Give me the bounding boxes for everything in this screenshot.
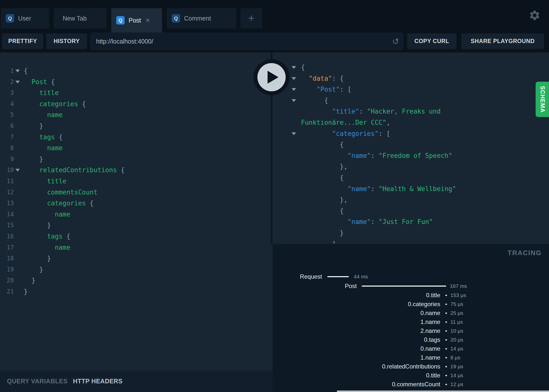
fold-arrow-icon[interactable]	[292, 77, 296, 80]
line-number: 14	[0, 209, 14, 220]
editor-line[interactable]: 7 tags {	[0, 132, 273, 143]
code-text: {	[301, 205, 344, 217]
editor-line[interactable]: 13 categories {	[0, 198, 273, 209]
close-tab-icon[interactable]: ✕	[145, 17, 150, 24]
line-number: 4	[0, 98, 14, 110]
tracing-row: 0.name25 μs	[273, 309, 549, 318]
fold-arrow-icon[interactable]	[15, 81, 20, 83]
tracing-row-duration: 44 ms	[354, 272, 368, 281]
editor-line[interactable]: 8 name	[0, 143, 273, 154]
tracing-row-label: 1.name	[420, 318, 440, 326]
editor-line[interactable]: 9 }	[0, 154, 273, 165]
editor-line[interactable]: 1{	[0, 65, 273, 76]
tracing-row-duration: 153 μs	[450, 291, 466, 300]
code-text: {	[301, 95, 328, 106]
editor-line[interactable]: 16 tags {	[0, 231, 273, 242]
tab-comment[interactable]: QComment	[167, 8, 236, 28]
tracing-row-label: Post	[345, 282, 357, 291]
line-number: 13	[0, 198, 14, 209]
query-editor-pane[interactable]: 1{2 Post {3 title4 categories {5 name6 }…	[0, 52, 273, 370]
tracing-row: 0.commentsCount12 μs	[273, 380, 549, 389]
tracing-duration-bar	[362, 286, 446, 287]
tracing-row-label: 0.name	[420, 309, 440, 318]
tracing-row-label: 0.tags	[424, 335, 440, 344]
schema-tab-label: SCHEMA	[539, 86, 546, 113]
tab-label: Comment	[184, 15, 211, 22]
tab-new-tab[interactable]: New Tab	[54, 8, 107, 28]
query-badge: Q	[172, 14, 180, 23]
line-number: 3	[0, 87, 14, 98]
tracing-tick	[445, 295, 447, 296]
code-text: "data": {	[301, 73, 344, 84]
new-tab-button[interactable]: +	[241, 8, 262, 28]
code-text: Funktionäre...Der CCC",	[301, 117, 390, 128]
tracing-row-duration: 12 μs	[450, 380, 463, 389]
copy-curl-button[interactable]: COPY CURL	[407, 33, 457, 49]
tracing-duration-bar	[327, 276, 349, 277]
tab-user[interactable]: QUser	[1, 8, 49, 28]
code-text: categories {	[24, 98, 86, 110]
tracing-row-duration: 14 μs	[450, 344, 463, 353]
schema-side-tab[interactable]: SCHEMA	[536, 82, 549, 117]
play-icon	[257, 63, 286, 91]
response-pane: { "data": { "Post": [ { "title": "Hacker…	[273, 52, 549, 244]
fold-arrow-icon[interactable]	[292, 132, 296, 135]
code-text: {	[301, 62, 305, 73]
response-line: "title": "Hacker, Freaks und	[273, 106, 549, 117]
gear-icon[interactable]	[529, 9, 541, 21]
reload-schema-icon[interactable]: ↺	[388, 36, 403, 46]
editor-line[interactable]: 11 title	[0, 176, 273, 187]
tracing-row: Post167 ms	[273, 282, 549, 291]
editor-line[interactable]: 17 name	[0, 242, 273, 253]
code-text: }	[24, 264, 43, 275]
tab-post[interactable]: QPost✕	[111, 8, 162, 32]
tracing-row-label: 0.categories	[408, 300, 440, 309]
tracing-panel: TRACING Request44 msPost167 ms0.title153…	[273, 244, 549, 392]
execute-query-button[interactable]	[253, 59, 290, 95]
endpoint-url-input[interactable]	[91, 38, 388, 45]
fold-arrow-icon[interactable]	[292, 66, 296, 69]
code-text: }	[301, 227, 344, 239]
editor-line[interactable]: 14 name	[0, 209, 273, 220]
editor-line[interactable]: 21}	[0, 286, 273, 297]
code-text: name	[24, 209, 70, 220]
editor-line[interactable]: 6 }	[0, 121, 273, 132]
editor-line[interactable]: 20 }	[0, 275, 273, 286]
fold-arrow-icon[interactable]	[292, 99, 296, 102]
editor-line[interactable]: 2 Post {	[0, 76, 273, 88]
code-text: "title": "Hacker, Freaks und	[301, 106, 441, 117]
tracing-row-label: Request	[300, 272, 322, 281]
tracing-row-duration: 20 μs	[450, 335, 463, 344]
fold-arrow-icon[interactable]	[292, 88, 296, 91]
code-text: name	[24, 109, 63, 121]
code-text: title	[24, 87, 59, 98]
tab-label: User	[18, 15, 31, 22]
code-text: tags {	[24, 132, 63, 143]
line-number: 10	[0, 165, 14, 176]
query-badge: Q	[116, 16, 125, 24]
editor-line[interactable]: 4 categories {	[0, 98, 273, 110]
editor-line[interactable]: 15 }	[0, 220, 273, 231]
fold-arrow-icon[interactable]	[15, 169, 20, 172]
tracing-row-label: 0.commentsCount	[392, 380, 440, 389]
tracing-row-duration: 8 μs	[450, 353, 460, 362]
editor-line[interactable]: 18 }	[0, 253, 273, 264]
tab-label: New Tab	[63, 15, 87, 22]
editor-line[interactable]: 12 commentsCount	[0, 187, 273, 198]
history-button[interactable]: HISTORY	[46, 33, 87, 49]
line-number: 8	[0, 143, 14, 154]
tracing-row-label: 0.relatedContributions	[382, 362, 440, 371]
http-headers-tab[interactable]: HTTP HEADERS	[73, 378, 123, 385]
line-number: 11	[0, 176, 14, 187]
editor-line[interactable]: 10 relatedContributions {	[0, 165, 273, 176]
prettify-button[interactable]: PRETTIFY	[2, 33, 43, 49]
tracing-scrollbar[interactable]	[337, 391, 549, 392]
fold-arrow-icon[interactable]	[15, 70, 20, 72]
share-playground-button[interactable]: SHARE PLAYGROUND	[461, 33, 544, 49]
editor-line[interactable]: 5 name	[0, 109, 273, 121]
editor-line[interactable]: 3 title	[0, 87, 273, 98]
endpoint-url-bar: ↺	[90, 33, 403, 50]
code-text: name	[24, 242, 70, 253]
editor-line[interactable]: 19 }	[0, 264, 273, 275]
query-variables-tab[interactable]: QUERY VARIABLES	[7, 378, 68, 385]
